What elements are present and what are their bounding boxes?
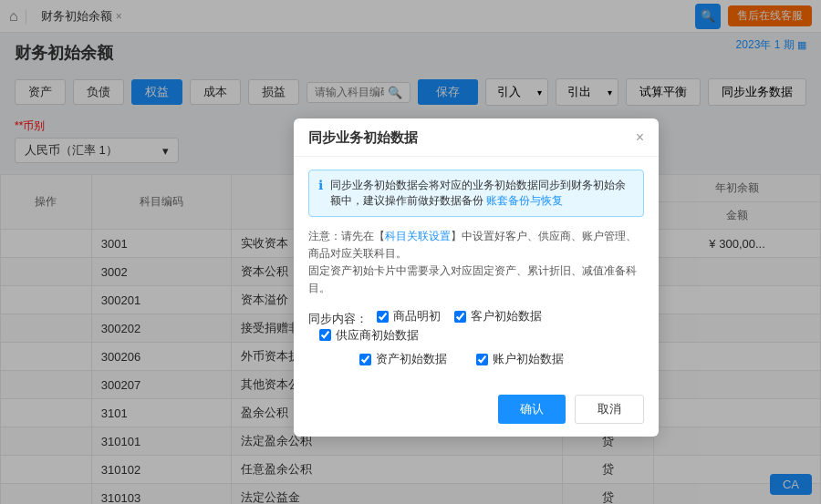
modal-title: 同步业务初始数据 xyxy=(308,129,418,147)
sync-label: 同步内容： 商品明初 客户初始数据 供应商初始数据 xyxy=(308,308,644,344)
checkbox-supplier-label: 供应商初始数据 xyxy=(336,327,419,344)
checkbox-assets[interactable] xyxy=(359,354,371,365)
checkbox-goods-label: 商品明初 xyxy=(393,308,441,324)
checkbox-supplier[interactable] xyxy=(319,329,331,341)
checkbox-account-label: 账户初始数据 xyxy=(493,351,564,367)
sync-section: 同步内容： 商品明初 客户初始数据 供应商初始数据 资产初始数据 xyxy=(308,308,644,367)
cancel-button[interactable]: 取消 xyxy=(575,395,644,424)
checkbox-goods[interactable] xyxy=(377,311,389,323)
modal-header: 同步业务初始数据 × xyxy=(294,118,659,157)
confirm-button[interactable]: 确认 xyxy=(498,395,566,424)
checkbox-customer-label: 客户初始数据 xyxy=(471,308,542,324)
info-icon: ℹ xyxy=(318,178,323,209)
modal-footer: 确认 取消 xyxy=(294,386,659,437)
sync-modal: 同步业务初始数据 × ℹ 同步业务初始数据会将对应的业务初始数据同步到财务初始余… xyxy=(294,118,659,437)
backup-link[interactable]: 账套备份与恢复 xyxy=(486,194,563,207)
checkbox-row-2: 资产初始数据 账户初始数据 xyxy=(359,351,644,367)
modal-close-button[interactable]: × xyxy=(636,129,644,146)
modal-body: ℹ 同步业务初始数据会将对应的业务初始数据同步到财务初始余额中，建议操作前做好数… xyxy=(294,157,659,386)
info-text: 同步业务初始数据会将对应的业务初始数据同步到财务初始余额中，建议操作前做好数据备… xyxy=(330,178,634,209)
checkbox-account[interactable] xyxy=(476,354,488,365)
checkbox-assets-label: 资产初始数据 xyxy=(376,351,447,367)
info-box: ℹ 同步业务初始数据会将对应的业务初始数据同步到财务初始余额中，建议操作前做好数… xyxy=(308,170,644,217)
note-text: 注意：请先在【科目关联设置】中设置好客户、供应商、账户管理、商品对应关联科目。 … xyxy=(308,228,644,298)
checkbox-customer[interactable] xyxy=(454,311,466,323)
subject-link[interactable]: 科目关联设置 xyxy=(385,230,451,242)
